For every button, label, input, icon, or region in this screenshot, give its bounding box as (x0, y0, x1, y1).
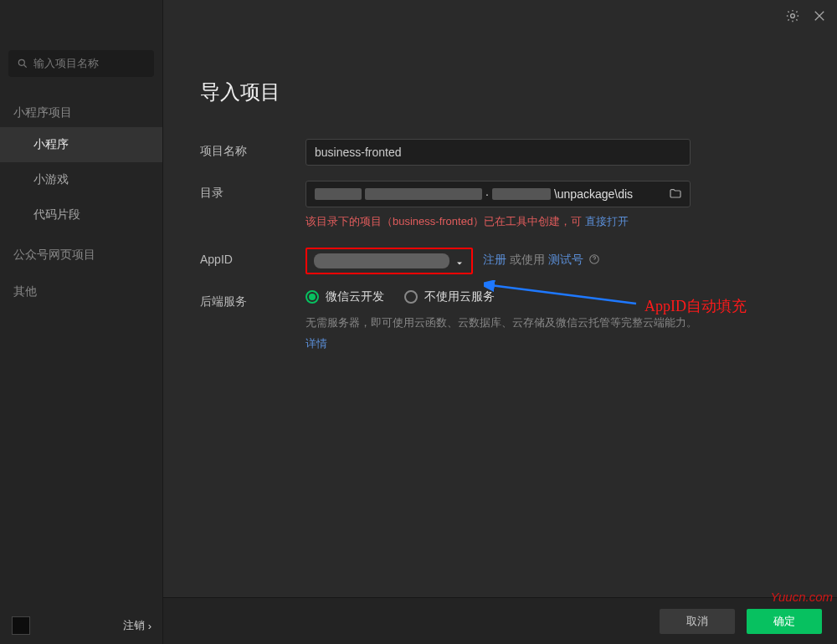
sidebar: 输入项目名称 小程序项目 小程序 小游戏 代码片段 公众号网页项目 其他 注销 … (0, 0, 163, 644)
open-existing-link[interactable]: 直接打开 (585, 215, 629, 227)
help-icon[interactable] (588, 253, 600, 268)
avatar[interactable] (12, 616, 30, 635)
redacted-segment (365, 188, 482, 200)
radio-cloud-dev[interactable]: 微信云开发 (306, 289, 384, 304)
search-input[interactable]: 输入项目名称 (8, 50, 154, 77)
redacted-segment (492, 188, 551, 200)
footer: 取消 确定 (163, 597, 837, 644)
nav-group-other[interactable]: 其他 (0, 278, 162, 306)
svg-point-1 (18, 59, 24, 65)
test-id-link[interactable]: 测试号 (548, 253, 583, 268)
register-link[interactable]: 注册 (483, 253, 506, 268)
project-name-input[interactable]: business-fronted (306, 139, 691, 166)
folder-icon[interactable] (668, 187, 683, 203)
cancel-button[interactable]: 取消 (660, 609, 735, 634)
label-backend: 后端服务 (200, 289, 306, 309)
search-placeholder: 输入项目名称 (33, 56, 99, 71)
main-panel: 导入项目 项目名称 business-fronted 目录 · \unpacka… (163, 0, 837, 594)
appid-select[interactable] (306, 248, 473, 274)
chevron-down-icon (454, 258, 465, 271)
label-directory: 目录 (200, 181, 306, 201)
directory-input[interactable]: · \unpackage\dis (306, 181, 691, 207)
redacted-segment (315, 188, 362, 200)
logout-button[interactable]: 注销 › (123, 618, 151, 633)
radio-dot-on (306, 290, 319, 304)
label-appid: AppID (200, 248, 306, 266)
chevron-right-icon: › (148, 620, 151, 632)
directory-warning: 该目录下的项目（business-fronted）已在工具中创建，可 直接打开 (306, 207, 691, 233)
details-link[interactable]: 详情 (306, 337, 327, 350)
ok-button[interactable]: 确定 (747, 609, 822, 634)
redacted-appid (314, 253, 449, 268)
search-icon (17, 58, 28, 69)
nav-item-snippet[interactable]: 代码片段 (0, 197, 162, 233)
page-title: 导入项目 (200, 79, 827, 105)
radio-dot-off (404, 290, 418, 304)
label-project-name: 项目名称 (200, 139, 306, 159)
nav-item-miniprogram[interactable]: 小程序 (0, 127, 162, 162)
nav-group-official[interactable]: 公众号网页项目 (0, 241, 162, 269)
nav-item-minigame[interactable]: 小游戏 (0, 162, 162, 197)
nav-group-miniprogram[interactable]: 小程序项目 (0, 99, 162, 127)
backend-description: 无需服务器，即可使用云函数、云数据库、云存储及微信云托管等完整云端能力。 详情 (306, 313, 699, 354)
radio-no-cloud[interactable]: 不使用云服务 (404, 289, 495, 304)
